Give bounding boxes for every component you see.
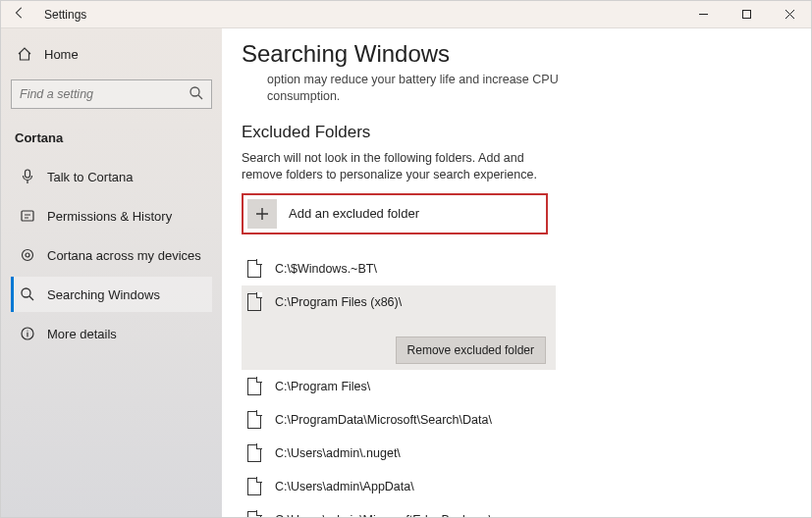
add-excluded-folder[interactable]: Add an excluded folder bbox=[242, 193, 548, 234]
excluded-folder-row[interactable]: C:\ProgramData\Microsoft\Search\Data\ bbox=[242, 403, 556, 437]
info-icon bbox=[20, 326, 35, 341]
document-icon bbox=[247, 478, 261, 495]
permissions-icon bbox=[20, 208, 35, 224]
document-icon bbox=[247, 444, 261, 462]
add-label: Add an excluded folder bbox=[289, 206, 419, 221]
maximize-button[interactable] bbox=[725, 1, 768, 28]
sidebar-item-label: Permissions & History bbox=[47, 209, 172, 224]
folder-path: C:\ProgramData\Microsoft\Search\Data\ bbox=[275, 413, 492, 427]
svg-point-7 bbox=[22, 288, 30, 297]
search-icon bbox=[189, 85, 204, 105]
settings-window: Settings Home bbox=[0, 0, 812, 518]
titlebar: Settings bbox=[1, 1, 811, 28]
sidebar-item-talk[interactable]: Talk to Cortana bbox=[11, 159, 212, 194]
document-icon bbox=[247, 411, 261, 429]
remove-excluded-folder-button[interactable]: Remove excluded folder bbox=[396, 337, 546, 364]
sidebar-item-label: Talk to Cortana bbox=[47, 170, 133, 184]
svg-rect-3 bbox=[26, 170, 30, 178]
excluded-folder-row[interactable]: C:\$Windows.~BT\ bbox=[242, 252, 556, 285]
excluded-section-title: Excluded Folders bbox=[242, 123, 811, 142]
excluded-section-desc: Search will not look in the following fo… bbox=[242, 150, 546, 183]
sidebar-item-label: Cortana across my devices bbox=[47, 248, 201, 263]
excluded-folder-row[interactable]: C:\Program Files (x86)\Remove excluded f… bbox=[242, 285, 556, 370]
svg-rect-1 bbox=[742, 11, 750, 19]
svg-point-6 bbox=[26, 253, 29, 257]
home-icon bbox=[17, 46, 32, 62]
sidebar-category: Cortana bbox=[11, 125, 212, 155]
excluded-folder-list: C:\$Windows.~BT\C:\Program Files (x86)\R… bbox=[242, 252, 556, 518]
document-icon bbox=[247, 260, 261, 278]
devices-icon bbox=[20, 247, 35, 263]
window-title: Settings bbox=[44, 8, 86, 22]
sidebar: Home Cortana Talk to Cortana Permiss bbox=[1, 28, 222, 517]
folder-path: C:\Users\admin\MicrosoftEdgeBackups\ bbox=[275, 513, 492, 518]
document-icon bbox=[247, 293, 261, 311]
search-input[interactable] bbox=[11, 79, 212, 109]
search-nav-icon bbox=[20, 286, 35, 302]
sidebar-item-permissions[interactable]: Permissions & History bbox=[11, 198, 212, 233]
page-title: Searching Windows bbox=[242, 40, 811, 68]
close-button[interactable] bbox=[768, 1, 811, 28]
document-icon bbox=[247, 511, 261, 518]
excluded-folder-row[interactable]: C:\Users\admin\MicrosoftEdgeBackups\ bbox=[242, 503, 556, 518]
svg-point-2 bbox=[190, 87, 199, 96]
back-icon[interactable] bbox=[13, 6, 27, 24]
main-panel: Searching Windows option may reduce your… bbox=[222, 28, 811, 517]
home-label: Home bbox=[44, 47, 79, 62]
folder-path: C:\Users\admin\AppData\ bbox=[275, 480, 414, 493]
sidebar-search bbox=[11, 79, 212, 109]
sidebar-item-searching[interactable]: Searching Windows bbox=[11, 277, 212, 312]
excluded-folder-row[interactable]: C:\Users\admin\.nuget\ bbox=[242, 437, 556, 470]
sidebar-item-label: Searching Windows bbox=[47, 287, 160, 302]
home-link[interactable]: Home bbox=[11, 38, 212, 70]
folder-path: C:\Users\admin\.nuget\ bbox=[275, 446, 401, 460]
document-icon bbox=[247, 378, 261, 395]
sidebar-item-more[interactable]: More details bbox=[11, 316, 212, 351]
sidebar-item-label: More details bbox=[47, 327, 117, 341]
folder-path: C:\Program Files\ bbox=[275, 380, 370, 393]
sidebar-item-devices[interactable]: Cortana across my devices bbox=[11, 237, 212, 273]
excluded-folder-row[interactable]: C:\Program Files\ bbox=[242, 370, 556, 403]
svg-rect-4 bbox=[22, 211, 33, 221]
folder-path: C:\Program Files (x86)\ bbox=[275, 295, 550, 309]
truncated-note: option may reduce your battery life and … bbox=[267, 72, 571, 105]
svg-point-5 bbox=[23, 250, 33, 261]
plus-icon bbox=[247, 199, 277, 229]
mic-icon bbox=[20, 169, 35, 184]
minimize-button[interactable] bbox=[681, 1, 725, 28]
folder-path: C:\$Windows.~BT\ bbox=[275, 262, 377, 276]
excluded-folder-row[interactable]: C:\Users\admin\AppData\ bbox=[242, 470, 556, 503]
